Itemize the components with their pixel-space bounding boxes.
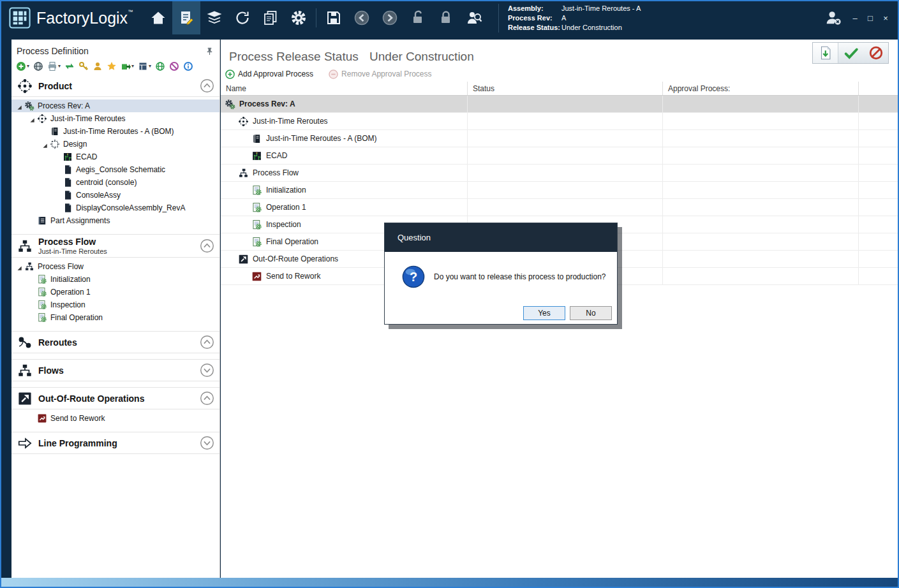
collapse-section-button[interactable] — [200, 335, 214, 349]
template-tool-button[interactable]: ▾ — [138, 61, 151, 71]
expander-icon[interactable] — [42, 142, 48, 147]
table-row-process-flow[interactable]: Process Flow — [221, 165, 898, 182]
collapse-section-button[interactable] — [200, 239, 214, 253]
forward-button[interactable] — [376, 1, 404, 34]
add-approval-process-button[interactable]: Add Approval Process — [225, 70, 313, 79]
process-definition-button[interactable] — [172, 1, 200, 34]
release-to-production-button[interactable] — [813, 43, 838, 63]
column-header-name[interactable]: Name — [221, 82, 468, 95]
row-filler-cell — [859, 147, 898, 164]
save-button[interactable] — [320, 1, 348, 34]
home-button[interactable] — [144, 1, 172, 34]
column-header-status[interactable]: Status — [468, 82, 663, 95]
yes-button[interactable]: Yes — [523, 306, 565, 320]
expander-icon — [55, 205, 61, 211]
tree-item-ecad[interactable]: ECAD — [11, 151, 219, 163]
pin-button[interactable] — [204, 46, 214, 56]
info-tool-button[interactable] — [183, 61, 193, 71]
materials-button[interactable] — [200, 1, 228, 34]
section-header-out-of-route-operations[interactable]: Out-Of-Route Operations — [11, 388, 219, 409]
tree-item-consoleassy[interactable]: ConsoleAssy — [11, 189, 219, 202]
dialog-content: ? Do you want to release this process to… — [385, 252, 617, 289]
column-header-approval-process[interactable]: Approval Process: — [663, 82, 859, 95]
maximize-button[interactable]: □ — [863, 10, 877, 26]
key-tool-button[interactable] — [78, 61, 89, 71]
bom-icon — [251, 133, 262, 144]
tree-item-just-in-time-reroutes[interactable]: Just-in-Time Reroutes — [11, 112, 219, 125]
globe-tool-button[interactable] — [155, 61, 165, 71]
tree-item-inspection[interactable]: Inspection — [11, 298, 219, 311]
settings-gear-button[interactable] — [285, 1, 313, 34]
tree-item-final-operation[interactable]: Final Operation — [11, 311, 219, 324]
expander-icon[interactable] — [29, 116, 35, 122]
expander-icon[interactable] — [17, 103, 22, 109]
table-row-initialization[interactable]: Initialization — [221, 182, 898, 199]
collapse-section-button[interactable] — [200, 78, 214, 93]
section-header-reroutes[interactable]: Reroutes — [11, 332, 219, 353]
table-row-ecad[interactable]: ECAD — [221, 147, 898, 165]
table-row-just-in-time-reroutes-a-bom[interactable]: Just-in-Time Reroutes - A (BOM) — [221, 130, 898, 147]
approve-button[interactable] — [838, 43, 863, 63]
tree-item-part-assignments[interactable]: Part Assignments — [11, 214, 219, 227]
tree-item-displayconsoleassembly-reva[interactable]: DisplayConsoleAssembly_RevA — [11, 202, 219, 214]
find-user-button[interactable] — [460, 1, 488, 34]
web-view-tool-button[interactable] — [33, 61, 43, 71]
user-account-button[interactable] — [820, 4, 847, 31]
section-header-line-programming[interactable]: Line Programming — [11, 432, 219, 454]
tree-item-initialization[interactable]: Initialization — [11, 273, 219, 286]
tree-item-just-in-time-reroutes-a-bom[interactable]: Just-in-Time Reroutes - A (BOM) — [11, 125, 219, 138]
expand-section-button[interactable] — [200, 363, 214, 378]
row-name-cell: Operation 1 — [221, 199, 468, 216]
export-icon — [121, 61, 131, 71]
back-button[interactable] — [348, 1, 376, 34]
ecad-icon — [63, 152, 73, 162]
section-header-process-flow[interactable]: Process FlowJust-in-Time Reroutes — [11, 235, 219, 258]
add-item-tool-button[interactable]: ▾ — [16, 61, 29, 71]
tree-item-label: Initialization — [50, 275, 91, 284]
reject-button[interactable] — [863, 43, 888, 63]
operator-tool-button[interactable] — [93, 61, 103, 71]
expand-section-button[interactable] — [200, 436, 214, 450]
export-tool-button[interactable]: ▾ — [121, 61, 134, 71]
tree-item-send-to-rework[interactable]: Send to Rework — [11, 412, 219, 425]
tree-item-process-flow[interactable]: Process Flow — [11, 260, 219, 273]
no-button[interactable]: No — [570, 306, 612, 320]
gears-icon — [225, 99, 235, 110]
documents-button[interactable] — [256, 1, 285, 34]
table-row-just-in-time-reroutes[interactable]: Just-in-Time Reroutes — [221, 113, 898, 130]
section-header-product[interactable]: Product — [11, 75, 219, 97]
dialog-titlebar[interactable]: Question — [385, 223, 617, 252]
collapse-section-button[interactable] — [200, 391, 214, 406]
print-tool-button[interactable]: ▾ — [47, 61, 61, 71]
tree-item-operation-1[interactable]: Operation 1 — [11, 286, 219, 298]
globe-icon — [155, 61, 165, 71]
sync-tool-button[interactable] — [64, 61, 75, 71]
star-tool-button[interactable] — [107, 61, 117, 71]
remove-approval-process-button[interactable]: Remove Approval Process — [329, 70, 431, 79]
table-row-process-rev-a[interactable]: Process Rev: A — [221, 96, 898, 113]
sidebar-toolbar: ▾▾▾▾ — [11, 60, 219, 75]
lock-button[interactable] — [432, 1, 460, 34]
expander-icon — [55, 180, 61, 186]
expander-icon[interactable] — [17, 264, 22, 270]
disable-tool-button[interactable] — [169, 61, 179, 71]
unlock-button[interactable] — [404, 1, 432, 34]
section-header-flows[interactable]: Flows — [11, 360, 219, 381]
close-button[interactable]: × — [879, 10, 893, 26]
expander-icon — [55, 154, 61, 160]
tree-item-centroid-console[interactable]: centroid (console) — [11, 176, 219, 189]
row-name-label: Just-in-Time Reroutes — [253, 117, 328, 126]
minimize-button[interactable]: – — [848, 10, 862, 26]
tree-item-process-rev-a[interactable]: Process Rev: A — [11, 99, 219, 112]
tree-item-label: ConsoleAssy — [76, 191, 121, 200]
app-window: FactoryLogix™ Assembly:Just-in-Time Rero… — [0, 0, 899, 588]
process-rev-value: A — [561, 13, 566, 23]
tree-item-label: Send to Rework — [50, 414, 105, 423]
dropdown-caret-icon: ▾ — [27, 64, 29, 69]
section-titles: Flows — [38, 365, 64, 376]
tree-item-aegis-console-schematic[interactable]: Aegis_Console Schematic — [11, 163, 219, 176]
production-button[interactable] — [228, 1, 256, 34]
section-titles: Product — [38, 81, 72, 91]
tree-item-design[interactable]: Design — [11, 138, 219, 151]
table-row-operation-1[interactable]: Operation 1 — [221, 199, 898, 216]
